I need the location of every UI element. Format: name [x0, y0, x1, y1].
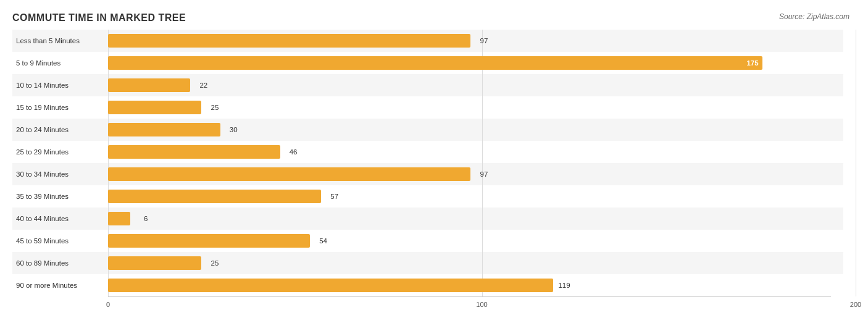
bar-value: 25 — [211, 259, 219, 267]
bar-label: 5 to 9 Minutes — [12, 59, 108, 67]
bar-row: 60 to 89 Minutes25 — [12, 252, 843, 274]
bar: 46 — [108, 145, 280, 159]
bar: 175 — [108, 56, 762, 70]
bar-label: 20 to 24 Minutes — [12, 126, 108, 133]
bar-label: 40 to 44 Minutes — [12, 215, 108, 222]
bar: 30 — [108, 123, 220, 136]
source-label: Source: ZipAtlas.com — [779, 12, 849, 21]
bar-row: 30 to 34 Minutes97 — [12, 163, 843, 185]
bar: 54 — [108, 234, 310, 248]
bar-value-inside: 175 — [746, 59, 758, 67]
bar-wrapper: 57 — [108, 185, 843, 208]
bar-value: 54 — [319, 237, 327, 245]
bar-value: 57 — [330, 193, 338, 200]
bar-value: 6 — [144, 215, 148, 222]
bar-row: 15 to 19 Minutes25 — [12, 96, 843, 119]
x-axis-tick: 200 — [850, 301, 861, 308]
bar-value: 119 — [558, 282, 570, 289]
bar-row: 20 to 24 Minutes30 — [12, 119, 843, 141]
bar-row: 35 to 39 Minutes57 — [12, 185, 843, 208]
bar-label: 45 to 59 Minutes — [12, 237, 108, 245]
bar-label: 35 to 39 Minutes — [12, 193, 108, 200]
bar: 119 — [108, 279, 553, 292]
bar-wrapper: 97 — [108, 163, 843, 185]
bar: 25 — [108, 256, 201, 270]
bar-wrapper: 22 — [108, 74, 843, 96]
bar: 97 — [108, 34, 470, 48]
bar-wrapper: 54 — [108, 230, 843, 252]
bar-row: 5 to 9 Minutes175 — [12, 52, 843, 74]
bar-row: 90 or more Minutes119 — [12, 274, 843, 296]
bar-row: 10 to 14 Minutes22 — [12, 74, 843, 96]
x-axis: 0100200 — [108, 296, 831, 309]
bar-label: 60 to 89 Minutes — [12, 259, 108, 267]
bar-value: 22 — [199, 82, 207, 89]
bar-value: 46 — [290, 148, 298, 156]
bar-wrapper: 119 — [108, 274, 843, 296]
bar-wrapper: 46 — [108, 141, 843, 163]
bar: 6 — [108, 212, 130, 225]
chart-area: Less than 5 Minutes975 to 9 Minutes17510… — [12, 30, 843, 296]
bar-wrapper: 6 — [108, 208, 843, 230]
x-axis-tick: 100 — [476, 301, 487, 308]
chart-container: COMMUTE TIME IN MARKED TREE Source: ZipA… — [0, 0, 868, 323]
bar-label: 10 to 14 Minutes — [12, 82, 108, 89]
bar-wrapper: 25 — [108, 96, 843, 119]
bar: 22 — [108, 78, 190, 92]
bar-row: 40 to 44 Minutes6 — [12, 208, 843, 230]
bar-label: 15 to 19 Minutes — [12, 104, 108, 111]
x-axis-tick: 0 — [106, 301, 110, 308]
bar-row: Less than 5 Minutes97 — [12, 30, 843, 52]
bar-wrapper: 30 — [108, 119, 843, 141]
bar-value: 25 — [211, 104, 219, 111]
bar-value: 97 — [480, 37, 488, 44]
bar-wrapper: 97 — [108, 30, 843, 52]
bar-label: 90 or more Minutes — [12, 282, 108, 289]
bar: 97 — [108, 167, 470, 181]
bar-value: 30 — [230, 126, 238, 133]
bar-label: 30 to 34 Minutes — [12, 170, 108, 178]
bar: 25 — [108, 101, 201, 114]
bar-wrapper: 25 — [108, 252, 843, 274]
bar-row: 45 to 59 Minutes54 — [12, 230, 843, 252]
bar-row: 25 to 29 Minutes46 — [12, 141, 843, 163]
bar-wrapper: 175 — [108, 52, 843, 74]
chart-title: COMMUTE TIME IN MARKED TREE — [12, 12, 849, 23]
bar-value: 97 — [480, 170, 488, 178]
bar-label: Less than 5 Minutes — [12, 37, 108, 44]
bar-label: 25 to 29 Minutes — [12, 148, 108, 156]
bar: 57 — [108, 190, 321, 203]
